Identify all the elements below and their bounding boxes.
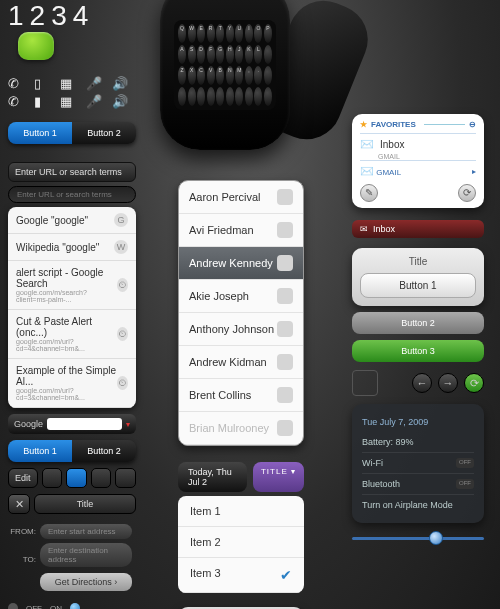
contact-row[interactable]: Avi Friedman [179,214,303,247]
tab-button-2[interactable]: Button 2 [72,122,136,144]
suggestion-row[interactable]: Google "google"G [8,207,136,234]
avatar [277,387,293,403]
date-pill[interactable]: Today, Thu Jul 2 [178,462,247,492]
nav-refresh-icon[interactable]: ⟳ [464,373,484,393]
to-input[interactable]: Enter destination address [40,543,132,567]
collapse-icon[interactable]: ⊖ [469,120,476,129]
from-input[interactable]: Enter start address [40,524,132,539]
call-icons-row-2: ✆ ▮ ▦ 🎤 🔊 [8,94,136,108]
placeholder-box [352,370,378,396]
contact-row[interactable]: Anthony Johnson [179,313,303,346]
avatar [277,255,293,271]
wifi-toggle[interactable]: Wi-FiOFF [362,453,474,474]
mail-icon: ✉️ [360,138,374,151]
google-logo: Google [14,419,43,429]
phone-add-icon[interactable]: ✆ [8,76,22,90]
view-1-button[interactable] [42,468,63,488]
contact-row[interactable]: Brent Collins [179,379,303,412]
mail-icon: ✉ [360,224,368,234]
view-3-button[interactable] [91,468,112,488]
speaker-icon[interactable]: 🔊 [112,76,126,90]
avatar [277,189,293,205]
nav-fwd-icon[interactable]: → [438,373,458,393]
button-2[interactable]: Button 2 [72,440,136,462]
call-icons-row-1: ✆ ▯ ▦ 🎤 🔊 [8,76,136,90]
close-button[interactable]: ✕ [8,494,30,514]
status-date: Tue July 7, 2009 [362,412,474,432]
status-battery: Battery: 89% [362,432,474,453]
avatar [277,222,293,238]
view-2-button[interactable] [66,468,87,488]
mic-mute-icon[interactable]: 🎤 [86,94,100,108]
title-pill[interactable]: TITLE ▾ [253,462,304,492]
contact-icon[interactable]: ▯ [34,76,48,90]
panel-title: Title [360,256,476,267]
nav-back-icon[interactable]: ← [412,373,432,393]
contact-row[interactable]: Brian Mulrooney [179,412,303,445]
inbox-bar[interactable]: ✉Inbox [352,220,484,238]
dropdown-icon[interactable]: ▾ [126,420,130,429]
device-illustration: QWERTYUIOPASDFGHJKLZXCVBNM,. [160,0,360,170]
avatar [277,321,293,337]
avatar [277,354,293,370]
contact-row[interactable]: Akie Joseph [179,280,303,313]
title-bar[interactable]: Title [34,494,136,514]
panel-button-3[interactable]: Button 3 [352,340,484,362]
list-item[interactable]: Item 2 [178,527,304,558]
url-input[interactable]: Enter URL or search terms [8,186,136,203]
brightness-slider[interactable] [352,533,484,543]
suggestion-row[interactable]: Example of the Simple Al...google.com/m/… [8,359,136,408]
url-label: Enter URL or search terms [8,162,136,182]
contact-active-icon[interactable]: ▮ [34,94,48,108]
star-icon: ★ [360,120,367,129]
get-directions-button[interactable]: Get Directions › [40,573,132,591]
speaker-icon[interactable]: 🔊 [112,94,126,108]
play-icon[interactable]: ▸ [472,167,476,176]
keypad-icon[interactable]: ▦ [60,76,74,90]
suggestion-row[interactable]: Wikipedia "google"W [8,234,136,261]
mic-icon[interactable]: 🎤 [86,76,100,90]
phone-add-icon[interactable]: ✆ [8,94,22,108]
panel-button-2[interactable]: Button 2 [352,312,484,334]
avatar [277,420,293,436]
bluetooth-toggle[interactable]: BluetoothOFF [362,474,474,495]
edit-button[interactable]: Edit [8,468,38,488]
to-label: TO: [8,555,36,564]
dialer-number: 1234 [8,0,94,31]
airplane-toggle[interactable]: Turn on Airplane Mode [362,495,474,515]
list-item[interactable]: Item 3✔ [178,558,304,593]
avatar [277,288,293,304]
check-icon: ✔ [280,567,292,583]
suggestion-row[interactable]: alert script - Google Searchgoogle.com/m… [8,261,136,310]
off-indicator [8,603,18,609]
view-4-button[interactable] [115,468,136,488]
compose-icon[interactable]: ✎ [360,184,378,202]
on-indicator[interactable] [70,603,80,609]
google-input[interactable] [47,418,122,430]
refresh-icon[interactable]: ⟳ [458,184,476,202]
google-search-bar: Google ▾ [8,414,136,434]
contact-row[interactable]: Andrew Kennedy [179,247,303,280]
contact-row[interactable]: Aaron Percival [179,181,303,214]
keypad-icon[interactable]: ▦ [60,94,74,108]
panel-button-1[interactable]: Button 1 [360,273,476,298]
contact-row[interactable]: Andrew Kidman [179,346,303,379]
gmail-icon: ✉️ [360,165,374,177]
suggestion-row[interactable]: Cut & Paste Alert (onc...)google.com/m/u… [8,310,136,359]
tab-button-1[interactable]: Button 1 [8,122,72,144]
call-button[interactable] [18,32,54,60]
list-item[interactable]: Item 1 [178,496,304,527]
button-1[interactable]: Button 1 [8,440,72,462]
from-label: FROM: [8,527,36,536]
